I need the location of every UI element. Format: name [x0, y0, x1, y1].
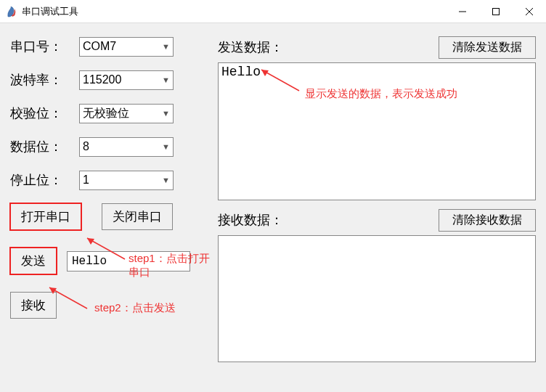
- chevron-down-icon: ▼: [162, 142, 170, 151]
- stopbits-label: 停止位：: [10, 171, 79, 189]
- clear-send-button[interactable]: 清除发送数据: [439, 36, 536, 59]
- minimize-button[interactable]: [446, 0, 479, 23]
- app-icon: [6, 6, 17, 17]
- recv-data-area[interactable]: [218, 235, 536, 362]
- send-data-area[interactable]: Hello: [218, 62, 536, 200]
- baud-label: 波特率：: [10, 71, 79, 89]
- send-data-content: Hello: [221, 65, 261, 79]
- databits-label: 数据位：: [10, 138, 79, 155]
- window-controls: [446, 0, 546, 23]
- left-panel: 串口号： COM7 ▼ 波特率： 115200 ▼ 校验位： 无校验位 ▼ 数据…: [0, 23, 218, 392]
- port-label: 串口号：: [10, 38, 79, 55]
- parity-label: 校验位：: [10, 105, 79, 122]
- window-title: 串口调试工具: [22, 5, 446, 18]
- port-combo[interactable]: COM7 ▼: [79, 37, 174, 57]
- port-value: COM7: [83, 40, 116, 53]
- svg-rect-1: [493, 8, 500, 15]
- send-data-label: 发送数据：: [218, 38, 283, 56]
- right-panel: 发送数据： 清除发送数据 Hello 接收数据： 清除接收数据 显示发送的数据，…: [218, 23, 546, 392]
- recv-data-label: 接收数据：: [218, 211, 283, 229]
- close-port-button[interactable]: 关闭串口: [102, 203, 173, 230]
- parity-value: 无校验位: [83, 106, 129, 121]
- receive-button[interactable]: 接收: [10, 292, 57, 319]
- databits-combo[interactable]: 8 ▼: [79, 137, 174, 157]
- chevron-down-icon: ▼: [162, 42, 170, 51]
- chevron-down-icon: ▼: [162, 176, 170, 184]
- send-input[interactable]: [67, 251, 190, 271]
- databits-value: 8: [83, 140, 89, 153]
- baud-value: 115200: [83, 73, 121, 86]
- stopbits-combo[interactable]: 1 ▼: [79, 171, 174, 190]
- close-button[interactable]: [513, 0, 546, 23]
- parity-combo[interactable]: 无校验位 ▼: [79, 104, 174, 123]
- chevron-down-icon: ▼: [162, 109, 170, 118]
- baud-combo[interactable]: 115200 ▼: [79, 70, 174, 90]
- open-port-button[interactable]: 打开串口: [10, 203, 81, 230]
- titlebar: 串口调试工具: [0, 0, 546, 23]
- send-button[interactable]: 发送: [10, 248, 57, 274]
- chevron-down-icon: ▼: [162, 75, 170, 84]
- stopbits-value: 1: [83, 173, 89, 187]
- svg-marker-5: [87, 238, 94, 245]
- maximize-button[interactable]: [479, 0, 513, 23]
- clear-recv-button[interactable]: 清除接收数据: [439, 209, 536, 232]
